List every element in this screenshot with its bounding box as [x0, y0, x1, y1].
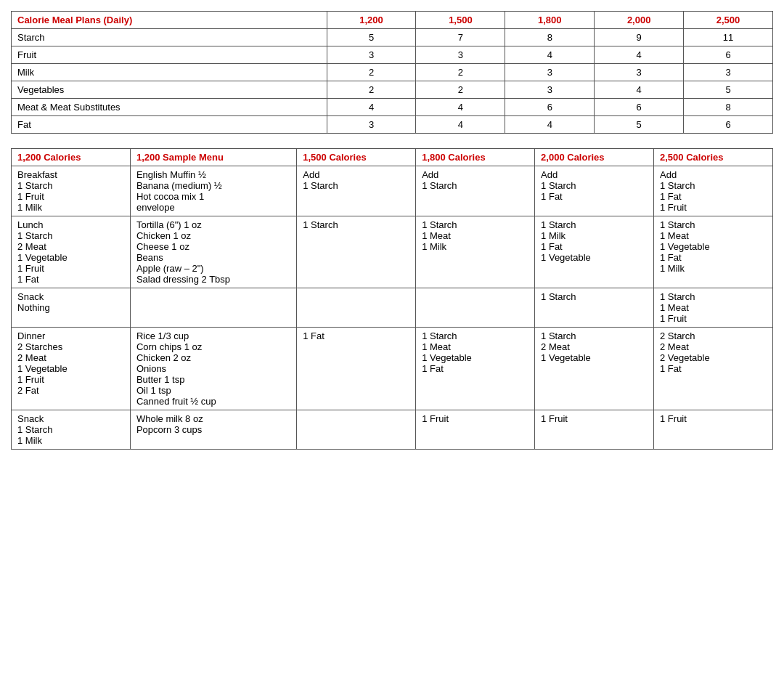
row-value: 7	[416, 29, 505, 46]
menu-cell: Breakfast1 Starch1 Fruit1 Milk	[12, 166, 131, 216]
row-label: Milk	[12, 64, 327, 81]
menu-cell: 1 Starch	[535, 288, 654, 328]
menu-cell: 1 Starch2 Meat1 Vegetable	[535, 328, 654, 410]
menu-cell: 1 Fat	[297, 328, 416, 410]
calorie-plans-table: Calorie Meal Plans (Daily) 1,200 1,500 1…	[11, 11, 773, 134]
col-2000: 2,000	[595, 12, 684, 29]
row-value: 3	[327, 116, 416, 134]
col-1500: 1,500	[416, 12, 505, 29]
row-value: 6	[595, 99, 684, 116]
menu-cell: Add1 Starch	[297, 166, 416, 216]
row-value: 4	[505, 116, 595, 134]
menu-cell: English Muffin ½Banana (medium) ½Hot coc…	[130, 166, 296, 216]
top-section: Calorie Meal Plans (Daily) 1,200 1,500 1…	[11, 11, 773, 134]
sample-menu-table: 1,200 Calories1,200 Sample Menu1,500 Cal…	[11, 148, 773, 450]
menu-cell	[297, 288, 416, 328]
menu-cell: 1 Fruit	[654, 410, 773, 450]
menu-cell: Add1 Starch1 Fat	[535, 166, 654, 216]
row-label: Vegetables	[12, 81, 327, 99]
col-1800: 1,800	[505, 12, 595, 29]
row-value: 5	[595, 116, 684, 134]
menu-cell: Whole milk 8 ozPopcorn 3 cups	[130, 410, 296, 450]
row-value: 5	[684, 81, 773, 99]
menu-cell: Lunch1 Starch2 Meat1 Vegetable1 Fruit1 F…	[12, 216, 131, 288]
row-value: 3	[684, 64, 773, 81]
menu-cell: 1 Starch1 Milk1 Fat1 Vegetable	[535, 216, 654, 288]
menu-cell: Add1 Starch	[416, 166, 535, 216]
menu-cell	[297, 410, 416, 450]
menu-cell	[130, 288, 296, 328]
row-value: 4	[595, 46, 684, 64]
row-value: 4	[416, 99, 505, 116]
menu-col-header: 2,500 Calories	[654, 149, 773, 166]
menu-cell: 1 Starch	[297, 216, 416, 288]
row-value: 3	[595, 64, 684, 81]
row-value: 4	[505, 46, 595, 64]
row-value: 4	[595, 81, 684, 99]
bottom-section: 1,200 Calories1,200 Sample Menu1,500 Cal…	[11, 148, 773, 450]
row-value: 8	[505, 29, 595, 46]
menu-cell: 1 Starch1 Meat1 Vegetable1 Fat1 Milk	[654, 216, 773, 288]
menu-cell: 1 Starch1 Meat1 Fruit	[654, 288, 773, 328]
row-value: 2	[416, 64, 505, 81]
menu-cell: 1 Starch1 Meat1 Milk	[416, 216, 535, 288]
row-label: Starch	[12, 29, 327, 46]
menu-col-header: 1,800 Calories	[416, 149, 535, 166]
table1-title: Calorie Meal Plans (Daily)	[12, 12, 327, 29]
row-value: 3	[327, 46, 416, 64]
row-value: 4	[416, 116, 505, 134]
row-value: 2	[416, 81, 505, 99]
row-value: 2	[327, 81, 416, 99]
menu-col-header: 1,500 Calories	[297, 149, 416, 166]
menu-col-header: 2,000 Calories	[535, 149, 654, 166]
menu-cell: Snack1 Starch1 Milk	[12, 410, 131, 450]
row-value: 4	[327, 99, 416, 116]
menu-cell: Dinner2 Starches2 Meat1 Vegetable1 Fruit…	[12, 328, 131, 410]
menu-col-header: 1,200 Calories	[12, 149, 131, 166]
row-value: 6	[684, 46, 773, 64]
row-label: Fat	[12, 116, 327, 134]
menu-col-header: 1,200 Sample Menu	[130, 149, 296, 166]
menu-cell: 1 Fruit	[535, 410, 654, 450]
row-value: 6	[505, 99, 595, 116]
row-value: 5	[327, 29, 416, 46]
menu-cell: Add1 Starch1 Fat1 Fruit	[654, 166, 773, 216]
row-value: 3	[505, 64, 595, 81]
row-value: 6	[684, 116, 773, 134]
row-value: 3	[505, 81, 595, 99]
menu-cell: Rice 1/3 cupCorn chips 1 ozChicken 2 ozO…	[130, 328, 296, 410]
row-label: Fruit	[12, 46, 327, 64]
menu-cell: 1 Starch1 Meat1 Vegetable1 Fat	[416, 328, 535, 410]
row-value: 9	[595, 29, 684, 46]
col-2500: 2,500	[684, 12, 773, 29]
row-value: 11	[684, 29, 773, 46]
menu-cell: SnackNothing	[12, 288, 131, 328]
row-value: 2	[327, 64, 416, 81]
menu-cell	[416, 288, 535, 328]
menu-cell: 1 Fruit	[416, 410, 535, 450]
menu-cell: 2 Starch2 Meat2 Vegetable1 Fat	[654, 328, 773, 410]
row-value: 8	[684, 99, 773, 116]
menu-cell: Tortilla (6") 1 ozChicken 1 ozCheese 1 o…	[130, 216, 296, 288]
row-value: 3	[416, 46, 505, 64]
col-1200: 1,200	[327, 12, 416, 29]
row-label: Meat & Meat Substitutes	[12, 99, 327, 116]
